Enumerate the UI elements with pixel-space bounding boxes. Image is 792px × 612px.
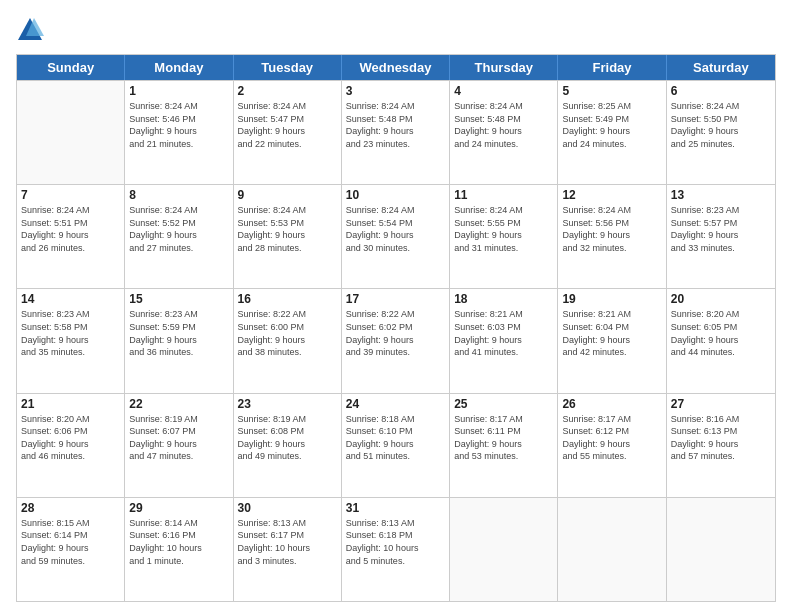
day-number: 29 — [129, 501, 228, 515]
cal-cell: 20Sunrise: 8:20 AMSunset: 6:05 PMDayligh… — [667, 289, 775, 392]
cell-info-line: Sunrise: 8:22 AM — [346, 308, 445, 321]
cell-info-line: Daylight: 9 hours — [562, 334, 661, 347]
cell-info-line: and 27 minutes. — [129, 242, 228, 255]
day-number: 23 — [238, 397, 337, 411]
cell-info-line: Sunrise: 8:25 AM — [562, 100, 661, 113]
cell-info-line: and 23 minutes. — [346, 138, 445, 151]
cell-info-line: Sunset: 5:57 PM — [671, 217, 771, 230]
cell-info-line: Sunset: 6:16 PM — [129, 529, 228, 542]
cell-info-line: Sunset: 6:10 PM — [346, 425, 445, 438]
cell-info-line: Sunset: 6:03 PM — [454, 321, 553, 334]
cell-info-line: Sunset: 6:07 PM — [129, 425, 228, 438]
cell-info-line: Daylight: 9 hours — [238, 334, 337, 347]
day-number: 17 — [346, 292, 445, 306]
header-day-tuesday: Tuesday — [234, 55, 342, 80]
day-number: 21 — [21, 397, 120, 411]
day-number: 14 — [21, 292, 120, 306]
day-number: 26 — [562, 397, 661, 411]
cal-cell: 14Sunrise: 8:23 AMSunset: 5:58 PMDayligh… — [17, 289, 125, 392]
cal-cell: 12Sunrise: 8:24 AMSunset: 5:56 PMDayligh… — [558, 185, 666, 288]
cell-info-line: Daylight: 9 hours — [129, 438, 228, 451]
cell-info-line: Daylight: 9 hours — [346, 438, 445, 451]
cell-info-line: and 3 minutes. — [238, 555, 337, 568]
cell-info-line: Sunset: 6:12 PM — [562, 425, 661, 438]
cell-info-line: Sunrise: 8:24 AM — [346, 204, 445, 217]
cell-info-line: Daylight: 9 hours — [129, 125, 228, 138]
day-number: 8 — [129, 188, 228, 202]
cell-info-line: and 32 minutes. — [562, 242, 661, 255]
day-number: 31 — [346, 501, 445, 515]
cal-row-4: 21Sunrise: 8:20 AMSunset: 6:06 PMDayligh… — [17, 393, 775, 497]
cal-cell: 15Sunrise: 8:23 AMSunset: 5:59 PMDayligh… — [125, 289, 233, 392]
cal-cell: 6Sunrise: 8:24 AMSunset: 5:50 PMDaylight… — [667, 81, 775, 184]
cell-info-line: and 33 minutes. — [671, 242, 771, 255]
cell-info-line: and 39 minutes. — [346, 346, 445, 359]
cell-info-line: Sunrise: 8:21 AM — [454, 308, 553, 321]
cell-info-line: Sunrise: 8:18 AM — [346, 413, 445, 426]
cell-info-line: Daylight: 9 hours — [129, 229, 228, 242]
cell-info-line: Daylight: 9 hours — [238, 438, 337, 451]
cell-info-line: Daylight: 9 hours — [562, 229, 661, 242]
day-number: 24 — [346, 397, 445, 411]
cell-info-line: and 57 minutes. — [671, 450, 771, 463]
calendar-header: SundayMondayTuesdayWednesdayThursdayFrid… — [17, 55, 775, 80]
cell-info-line: and 24 minutes. — [454, 138, 553, 151]
cell-info-line: and 28 minutes. — [238, 242, 337, 255]
header-day-saturday: Saturday — [667, 55, 775, 80]
cell-info-line: Sunset: 6:00 PM — [238, 321, 337, 334]
cell-info-line: Sunset: 5:56 PM — [562, 217, 661, 230]
day-number: 1 — [129, 84, 228, 98]
cal-cell: 31Sunrise: 8:13 AMSunset: 6:18 PMDayligh… — [342, 498, 450, 601]
cell-info-line: Sunrise: 8:24 AM — [238, 204, 337, 217]
header-day-friday: Friday — [558, 55, 666, 80]
cal-cell — [17, 81, 125, 184]
cell-info-line: Sunrise: 8:24 AM — [129, 204, 228, 217]
cal-cell: 17Sunrise: 8:22 AMSunset: 6:02 PMDayligh… — [342, 289, 450, 392]
day-number: 22 — [129, 397, 228, 411]
cell-info-line: Sunrise: 8:19 AM — [129, 413, 228, 426]
cell-info-line: Sunrise: 8:19 AM — [238, 413, 337, 426]
cell-info-line: and 44 minutes. — [671, 346, 771, 359]
day-number: 27 — [671, 397, 771, 411]
cell-info-line: Sunset: 5:48 PM — [346, 113, 445, 126]
day-number: 9 — [238, 188, 337, 202]
day-number: 4 — [454, 84, 553, 98]
cal-cell: 2Sunrise: 8:24 AMSunset: 5:47 PMDaylight… — [234, 81, 342, 184]
cell-info-line: Sunrise: 8:21 AM — [562, 308, 661, 321]
cell-info-line: Daylight: 10 hours — [346, 542, 445, 555]
cell-info-line: and 38 minutes. — [238, 346, 337, 359]
day-number: 10 — [346, 188, 445, 202]
cell-info-line: and 24 minutes. — [562, 138, 661, 151]
cell-info-line: Sunset: 6:11 PM — [454, 425, 553, 438]
cell-info-line: and 31 minutes. — [454, 242, 553, 255]
calendar: SundayMondayTuesdayWednesdayThursdayFrid… — [16, 54, 776, 602]
day-number: 25 — [454, 397, 553, 411]
cell-info-line: Sunrise: 8:23 AM — [671, 204, 771, 217]
cal-cell — [667, 498, 775, 601]
cal-cell: 10Sunrise: 8:24 AMSunset: 5:54 PMDayligh… — [342, 185, 450, 288]
cell-info-line: Sunrise: 8:24 AM — [454, 204, 553, 217]
cell-info-line: Sunset: 6:05 PM — [671, 321, 771, 334]
cal-row-1: 1Sunrise: 8:24 AMSunset: 5:46 PMDaylight… — [17, 80, 775, 184]
cell-info-line: Sunset: 6:18 PM — [346, 529, 445, 542]
cal-cell: 29Sunrise: 8:14 AMSunset: 6:16 PMDayligh… — [125, 498, 233, 601]
logo — [16, 16, 48, 44]
cal-cell: 22Sunrise: 8:19 AMSunset: 6:07 PMDayligh… — [125, 394, 233, 497]
header-day-wednesday: Wednesday — [342, 55, 450, 80]
cell-info-line: and 49 minutes. — [238, 450, 337, 463]
day-number: 13 — [671, 188, 771, 202]
day-number: 6 — [671, 84, 771, 98]
cell-info-line: Daylight: 9 hours — [21, 229, 120, 242]
cell-info-line: and 42 minutes. — [562, 346, 661, 359]
logo-icon — [16, 16, 44, 44]
cal-cell: 24Sunrise: 8:18 AMSunset: 6:10 PMDayligh… — [342, 394, 450, 497]
cell-info-line: and 55 minutes. — [562, 450, 661, 463]
cell-info-line: Sunset: 5:58 PM — [21, 321, 120, 334]
day-number: 12 — [562, 188, 661, 202]
cell-info-line: Sunset: 5:51 PM — [21, 217, 120, 230]
cell-info-line: Daylight: 9 hours — [238, 125, 337, 138]
page: SundayMondayTuesdayWednesdayThursdayFrid… — [0, 0, 792, 612]
cell-info-line: Daylight: 9 hours — [454, 438, 553, 451]
cell-info-line: and 41 minutes. — [454, 346, 553, 359]
cell-info-line: Sunrise: 8:17 AM — [562, 413, 661, 426]
